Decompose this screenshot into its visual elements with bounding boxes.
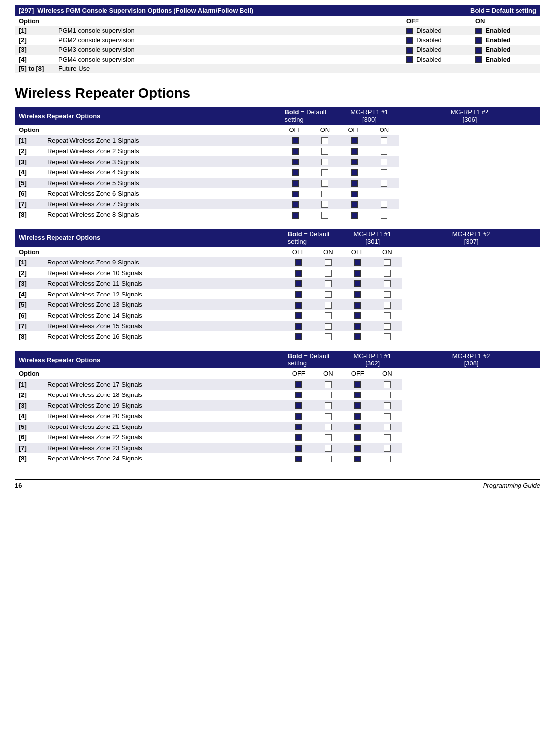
filled-checkbox[interactable] (295, 312, 302, 319)
wro-on2-chk[interactable] (373, 422, 402, 432)
filled-checkbox[interactable] (292, 148, 299, 155)
empty-checkbox-2[interactable] (384, 291, 391, 298)
empty-checkbox[interactable] (321, 159, 328, 165)
filled-checkbox[interactable] (295, 392, 302, 398)
filled-checkbox-2[interactable] (354, 413, 361, 420)
wro-off2-chk[interactable] (343, 331, 373, 342)
wro-off2-chk[interactable] (340, 188, 369, 199)
wro-off1-chk[interactable] (284, 331, 313, 342)
wro-off1-chk[interactable] (284, 321, 313, 331)
wro-off1-chk[interactable] (284, 289, 313, 299)
empty-checkbox-2[interactable] (384, 392, 391, 398)
wro-on1-chk[interactable] (313, 411, 343, 422)
filled-checkbox[interactable] (295, 302, 302, 309)
filled-checkbox-2[interactable] (351, 137, 358, 144)
filled-checkbox-2[interactable] (354, 402, 361, 409)
filled-checkbox[interactable] (295, 413, 302, 420)
wro-on2-chk[interactable] (373, 379, 402, 390)
wro-on1-chk[interactable] (313, 299, 343, 310)
wro-off2-chk[interactable] (343, 432, 373, 443)
wro-off1-chk[interactable] (284, 379, 313, 390)
empty-checkbox[interactable] (325, 402, 332, 409)
wro-on2-chk[interactable] (373, 432, 402, 443)
empty-checkbox[interactable] (325, 270, 332, 277)
wro-off2-chk[interactable] (343, 267, 373, 278)
filled-checkbox-2[interactable] (351, 212, 358, 219)
wro-off1-chk[interactable] (280, 178, 310, 189)
empty-checkbox[interactable] (325, 392, 332, 398)
wro-off2-chk[interactable] (343, 299, 373, 310)
filled-checkbox-2[interactable] (354, 445, 361, 452)
wro-off1-chk[interactable] (280, 167, 310, 178)
empty-checkbox[interactable] (325, 381, 332, 388)
filled-checkbox-2[interactable] (351, 180, 358, 187)
filled-checkbox-2[interactable] (354, 434, 361, 441)
filled-checkbox[interactable] (295, 381, 302, 388)
filled-checkbox-2[interactable] (351, 148, 358, 155)
empty-checkbox-2[interactable] (384, 402, 391, 409)
filled-checkbox[interactable] (295, 280, 302, 287)
wro-on1-chk[interactable] (310, 188, 340, 199)
empty-checkbox-2[interactable] (384, 445, 391, 452)
wro-on1-chk[interactable] (313, 422, 343, 432)
filled-checkbox[interactable] (292, 212, 299, 219)
wro-on1-chk[interactable] (310, 209, 340, 220)
wro-on2-chk[interactable] (373, 278, 402, 289)
empty-checkbox[interactable] (321, 148, 328, 155)
off-checkbox[interactable] (406, 28, 413, 34)
wro-on2-chk[interactable] (373, 299, 402, 310)
filled-checkbox[interactable] (292, 191, 299, 197)
wro-off1-chk[interactable] (284, 411, 313, 422)
empty-checkbox-2[interactable] (381, 148, 387, 155)
empty-checkbox[interactable] (325, 456, 332, 462)
filled-checkbox-2[interactable] (354, 323, 361, 330)
filled-checkbox-2[interactable] (354, 456, 361, 462)
wro-off2-chk[interactable] (340, 167, 369, 178)
wro-on1-chk[interactable] (313, 310, 343, 321)
wro-off1-chk[interactable] (284, 453, 313, 464)
wro-on1-chk[interactable] (313, 453, 343, 464)
filled-checkbox-2[interactable] (351, 169, 358, 176)
wro-on1-chk[interactable] (310, 178, 340, 189)
wro-off1-chk[interactable] (280, 135, 310, 146)
wro-off2-chk[interactable] (343, 400, 373, 411)
wro-on2-chk[interactable] (373, 331, 402, 342)
empty-checkbox-2[interactable] (384, 312, 391, 319)
filled-checkbox[interactable] (295, 456, 302, 462)
empty-checkbox[interactable] (321, 201, 328, 208)
wro-on2-chk[interactable] (373, 411, 402, 422)
wro-on1-chk[interactable] (313, 278, 343, 289)
filled-checkbox[interactable] (292, 169, 299, 176)
filled-checkbox[interactable] (295, 291, 302, 298)
wro-off1-chk[interactable] (284, 443, 313, 454)
filled-checkbox-2[interactable] (354, 302, 361, 309)
wro-on1-chk[interactable] (310, 146, 340, 157)
filled-checkbox-2[interactable] (354, 280, 361, 287)
wro-off2-chk[interactable] (343, 443, 373, 454)
wro-off2-chk[interactable] (340, 146, 369, 157)
wro-on2-chk[interactable] (369, 156, 399, 167)
empty-checkbox[interactable] (325, 445, 332, 452)
wro-off2-chk[interactable] (340, 135, 369, 146)
wro-on2-chk[interactable] (373, 310, 402, 321)
off-checkbox[interactable] (406, 47, 413, 54)
filled-checkbox-2[interactable] (351, 201, 358, 208)
empty-checkbox-2[interactable] (381, 169, 387, 176)
filled-checkbox-2[interactable] (354, 333, 361, 340)
empty-checkbox[interactable] (325, 333, 332, 340)
wro-off2-chk[interactable] (343, 390, 373, 400)
wro-on1-chk[interactable] (310, 135, 340, 146)
filled-checkbox-2[interactable] (354, 381, 361, 388)
off-checkbox[interactable] (406, 37, 413, 44)
filled-checkbox-2[interactable] (351, 159, 358, 165)
wro-off2-chk[interactable] (343, 278, 373, 289)
filled-checkbox[interactable] (292, 201, 299, 208)
filled-checkbox[interactable] (292, 159, 299, 165)
empty-checkbox-2[interactable] (384, 333, 391, 340)
empty-checkbox-2[interactable] (384, 381, 391, 388)
filled-checkbox[interactable] (295, 402, 302, 409)
wro-on2-chk[interactable] (373, 390, 402, 400)
empty-checkbox[interactable] (325, 323, 332, 330)
wro-off2-chk[interactable] (343, 453, 373, 464)
wro-on2-chk[interactable] (373, 453, 402, 464)
